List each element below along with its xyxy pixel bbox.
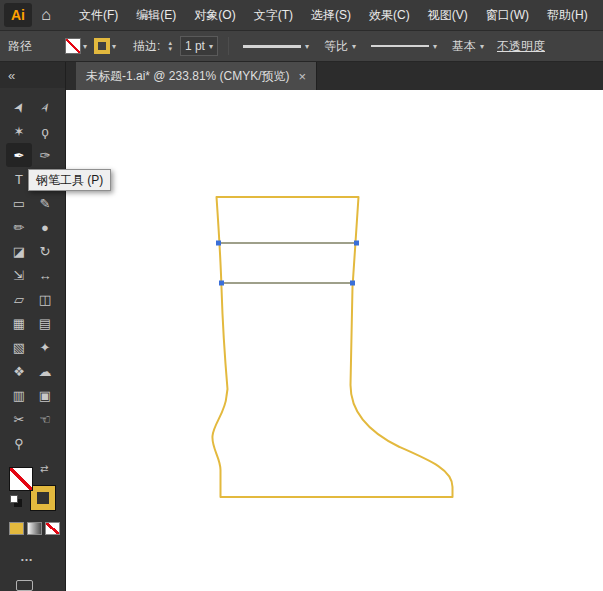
menu-view[interactable]: 视图(V) — [419, 0, 477, 30]
anchor-point[interactable] — [219, 281, 224, 286]
menu-edit[interactable]: 编辑(E) — [127, 0, 185, 30]
shape-builder-tool[interactable]: ◫ — [32, 287, 58, 311]
stroke-weight-label: 描边: — [133, 38, 160, 55]
menu-effect[interactable]: 效果(C) — [360, 0, 419, 30]
default-fill-stroke-icon[interactable] — [10, 495, 18, 503]
free-transform-tool[interactable]: ▱ — [6, 287, 32, 311]
brush-stroke-line-icon — [371, 45, 429, 47]
symbol-sprayer-tool[interactable]: ☁ — [32, 359, 58, 383]
divider — [228, 37, 229, 55]
fill-stroke-proxy: ⇄ — [9, 467, 55, 510]
fill-proxy[interactable] — [9, 467, 33, 491]
blob-brush-tool[interactable]: ● — [32, 215, 58, 239]
chevron-down-icon: ▾ — [83, 42, 87, 51]
pencil-tool[interactable]: ✏ — [6, 215, 32, 239]
menu-bar: Ai ⌂ 文件(F) 编辑(E) 对象(O) 文字(T) 选择(S) 效果(C)… — [0, 0, 603, 30]
menu-select[interactable]: 选择(S) — [302, 0, 360, 30]
brush-name-value: 基本 — [452, 38, 476, 55]
screen-mode-icon[interactable] — [16, 580, 33, 591]
chevron-down-icon: ▾ — [480, 42, 484, 51]
home-icon[interactable]: ⌂ — [32, 0, 60, 30]
stroke-color-swatch-icon — [94, 38, 110, 54]
selection-type-label: 路径 — [8, 38, 32, 55]
opacity-link[interactable]: 不透明度 — [497, 38, 545, 55]
eyedropper-tool[interactable]: ✦ — [32, 335, 58, 359]
gradient-tool[interactable]: ▧ — [6, 335, 32, 359]
menu-window[interactable]: 窗口(W) — [477, 0, 538, 30]
menu-file[interactable]: 文件(F) — [70, 0, 127, 30]
document-area: 未标题-1.ai* @ 233.81% (CMYK/预览) × — [66, 62, 603, 591]
none-mode-button[interactable] — [45, 522, 60, 535]
control-bar: 路径 ▾ ▾ 描边: ▴ ▾ 1 pt ▾ ▾ 等比 ▾ ▾ — [0, 30, 603, 62]
menu-object[interactable]: 对象(O) — [185, 0, 244, 30]
illustrator-window: Ai ⌂ 文件(F) 编辑(E) 对象(O) 文字(T) 选择(S) 效果(C)… — [0, 0, 603, 591]
stroke-weight-value: 1 pt — [185, 39, 205, 53]
color-mode-button[interactable] — [9, 522, 24, 535]
paint-mode-buttons — [9, 522, 65, 535]
chevron-down-icon: ▾ — [352, 42, 356, 51]
lasso-tool[interactable]: ϙ — [32, 119, 58, 143]
slice-tool[interactable]: ✂ — [6, 407, 32, 431]
anchor-point[interactable] — [216, 241, 221, 246]
edit-toolbar-button[interactable]: … — [20, 549, 65, 564]
workspace: « ➤ ➢ ✶ ϙ ✒ ✑ T ╱ ▭ ✎ ✏ ● ◪ ↻ ⇲ ↔ ▱ ◫ — [0, 62, 603, 591]
width-profile-name-select[interactable]: 等比 ▾ — [320, 36, 360, 57]
anchor-point[interactable] — [350, 281, 355, 286]
brush-preview-select[interactable]: ▾ — [367, 40, 441, 53]
fill-color-control[interactable]: ▾ — [65, 38, 87, 54]
zoom-tool[interactable]: ⚲ — [6, 431, 32, 455]
collapse-panel-icon[interactable]: « — [8, 68, 15, 83]
boot-artwork — [66, 90, 603, 591]
blend-tool[interactable]: ❖ — [6, 359, 32, 383]
app-logo[interactable]: Ai — [4, 3, 32, 27]
rotate-tool[interactable]: ↻ — [32, 239, 58, 263]
width-profile-value: 等比 — [324, 38, 348, 55]
chevron-down-icon: ▾ — [112, 42, 116, 51]
stroke-proxy[interactable] — [31, 486, 55, 510]
swap-fill-stroke-icon[interactable]: ⇄ — [40, 463, 48, 474]
chevron-down-icon: ▾ — [433, 42, 437, 51]
stroke-weight-select[interactable]: 1 pt ▾ — [180, 36, 218, 56]
magic-wand-tool[interactable]: ✶ — [6, 119, 32, 143]
document-tab[interactable]: 未标题-1.ai* @ 233.81% (CMYK/预览) × — [76, 62, 317, 90]
perspective-grid-tool[interactable]: ▦ — [6, 311, 32, 335]
menu-list: 文件(F) 编辑(E) 对象(O) 文字(T) 选择(S) 效果(C) 视图(V… — [70, 0, 597, 30]
mesh-tool[interactable]: ▤ — [32, 311, 58, 335]
chevron-down-icon: ▾ — [209, 42, 213, 51]
close-tab-icon[interactable]: × — [299, 69, 307, 84]
pen-tool[interactable]: ✒ — [6, 143, 32, 167]
tools-panel: « ➤ ➢ ✶ ϙ ✒ ✑ T ╱ ▭ ✎ ✏ ● ◪ ↻ ⇲ ↔ ▱ ◫ — [0, 62, 66, 591]
brush-name-select[interactable]: 基本 ▾ — [448, 36, 488, 57]
stroke-weight-stepper[interactable]: ▴ ▾ — [168, 40, 172, 52]
scale-tool[interactable]: ⇲ — [6, 263, 32, 287]
tools-panel-header: « — [0, 62, 65, 88]
width-profile-line-icon — [243, 45, 301, 48]
canvas[interactable] — [66, 90, 603, 591]
menu-type[interactable]: 文字(T) — [245, 0, 302, 30]
column-graph-tool[interactable]: ▥ — [6, 383, 32, 407]
stepper-down-icon[interactable]: ▾ — [168, 46, 172, 52]
tool-grid: ➤ ➢ ✶ ϙ ✒ ✑ T ╱ ▭ ✎ ✏ ● ◪ ↻ ⇲ ↔ ▱ ◫ ▦ ▤ — [6, 95, 58, 455]
rectangle-tool[interactable]: ▭ — [6, 191, 32, 215]
paintbrush-tool[interactable]: ✎ — [32, 191, 58, 215]
gradient-mode-button[interactable] — [27, 522, 42, 535]
stroke-color-control[interactable]: ▾ — [94, 38, 116, 54]
curvature-tool[interactable]: ✑ — [32, 143, 58, 167]
menu-help[interactable]: 帮助(H) — [538, 0, 597, 30]
anchor-point[interactable] — [354, 241, 359, 246]
pen-tool-tooltip: 钢笔工具 (P) — [28, 169, 111, 191]
chevron-down-icon: ▾ — [305, 42, 309, 51]
document-tab-bar: 未标题-1.ai* @ 233.81% (CMYK/预览) × — [66, 62, 603, 90]
width-profile-preview-select[interactable]: ▾ — [239, 40, 313, 53]
eraser-tool[interactable]: ◪ — [6, 239, 32, 263]
artboard-tool[interactable]: ▣ — [32, 383, 58, 407]
document-tab-title: 未标题-1.ai* @ 233.81% (CMYK/预览) — [86, 68, 290, 85]
hand-tool[interactable]: ☜ — [32, 407, 58, 431]
width-tool[interactable]: ↔ — [32, 263, 58, 287]
fill-none-swatch-icon — [65, 38, 81, 54]
